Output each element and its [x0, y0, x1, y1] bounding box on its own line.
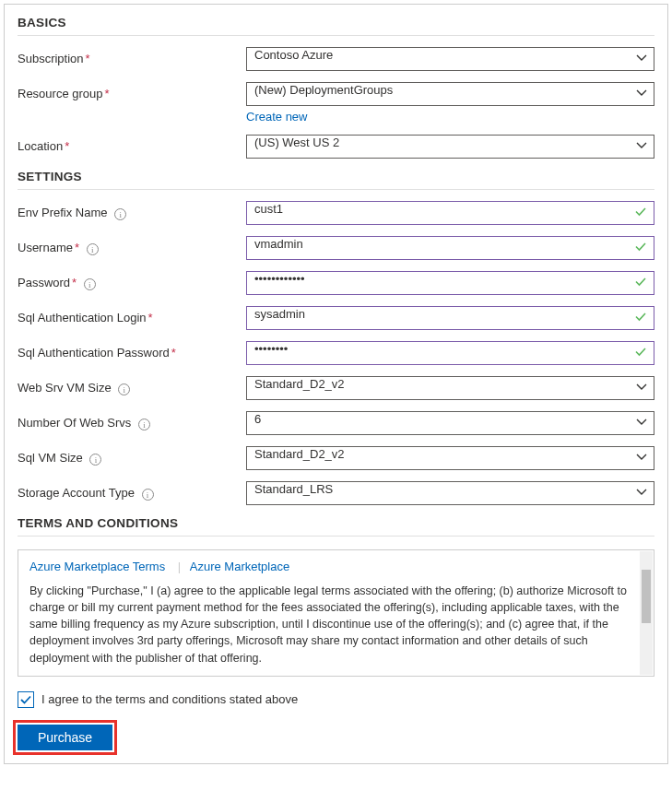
resource-group-select[interactable]: (New) DeploymentGroups	[246, 82, 654, 106]
sql-login-input[interactable]: sysadmin	[246, 306, 654, 330]
info-icon[interactable]: i	[142, 489, 154, 501]
location-select[interactable]: (US) West US 2	[246, 135, 654, 159]
web-vm-size-select[interactable]: Standard_D2_v2	[246, 376, 654, 400]
password-label: Password* i	[18, 271, 246, 290]
sql-login-label: Sql Authentication Login*	[18, 306, 246, 324]
sql-vm-size-select[interactable]: Standard_D2_v2	[246, 446, 654, 470]
divider: |	[178, 560, 181, 573]
env-prefix-label: Env Prefix Name i	[18, 201, 246, 220]
info-icon[interactable]: i	[114, 208, 126, 220]
create-new-link[interactable]: Create new	[246, 110, 307, 124]
scrollbar[interactable]	[640, 551, 653, 675]
terms-box: Azure Marketplace Terms | Azure Marketpl…	[18, 549, 654, 677]
agree-checkbox[interactable]	[18, 691, 34, 708]
sql-vm-size-label: Sql VM Size i	[18, 446, 246, 466]
info-icon[interactable]: i	[87, 243, 99, 255]
terms-link-1[interactable]: Azure Marketplace Terms	[29, 560, 165, 573]
subscription-label: Subscription*	[18, 47, 246, 65]
info-icon[interactable]: i	[89, 454, 101, 466]
terms-text: By clicking "Purchase," I (a) agree to t…	[29, 583, 633, 666]
password-input[interactable]: ••••••••••••	[246, 271, 654, 295]
terms-link-2[interactable]: Azure Marketplace	[190, 560, 289, 573]
storage-type-label: Storage Account Type i	[18, 481, 246, 501]
web-vm-size-label: Web Srv VM Size i	[18, 376, 246, 395]
num-web-srvs-select[interactable]: 6	[246, 411, 654, 435]
username-input[interactable]: vmadmin	[246, 236, 654, 260]
sql-password-input[interactable]: ••••••••	[246, 341, 654, 365]
sql-password-label: Sql Authentication Password*	[18, 341, 246, 360]
subscription-select[interactable]: Contoso Azure	[246, 47, 654, 71]
agree-label: I agree to the terms and conditions stat…	[41, 692, 298, 706]
info-icon[interactable]: i	[84, 278, 96, 290]
location-label: Location*	[18, 135, 246, 153]
section-terms-header: TERMS AND CONDITIONS	[18, 516, 654, 537]
info-icon[interactable]: i	[118, 383, 130, 395]
scrollbar-thumb[interactable]	[642, 570, 651, 623]
section-settings-header: SETTINGS	[18, 170, 654, 190]
env-prefix-input[interactable]: cust1	[246, 201, 654, 225]
username-label: Username* i	[18, 236, 246, 255]
purchase-button[interactable]: Purchase	[18, 725, 112, 750]
info-icon[interactable]: i	[138, 419, 150, 430]
storage-type-select[interactable]: Standard_LRS	[246, 481, 654, 505]
num-web-srvs-label: Number Of Web Srvs i	[18, 411, 246, 430]
resource-group-label: Resource group*	[18, 82, 246, 100]
section-basics-header: BASICS	[18, 16, 654, 36]
